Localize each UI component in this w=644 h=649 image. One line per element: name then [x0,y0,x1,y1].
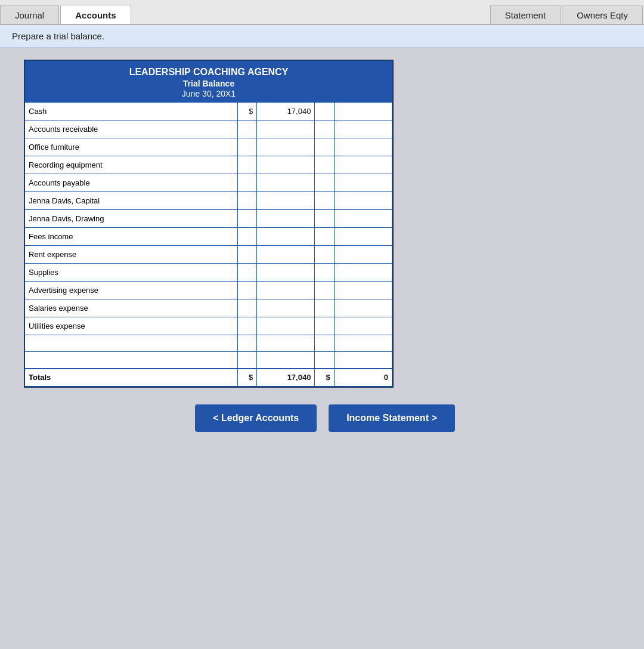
credit-sign [315,246,334,264]
debit-amount[interactable] [257,264,315,282]
totals-debit: 17,040 [257,369,315,387]
account-name [25,335,237,352]
credit-sign [315,282,334,299]
table-row: Accounts receivable [25,120,392,138]
main-content: LEADERSHIP COACHING AGENCY Trial Balance… [0,48,644,585]
account-name: Cash [25,103,237,120]
debit-amount[interactable] [257,156,315,174]
ledger-accounts-button[interactable]: < Ledger Accounts [195,404,317,432]
account-name: Accounts payable [25,174,237,192]
debit-amount[interactable] [257,228,315,246]
credit-amount[interactable] [334,210,392,228]
credit-amount[interactable] [334,352,392,369]
credit-amount[interactable] [334,335,392,352]
credit-amount[interactable] [334,264,392,282]
instruction-bar: Prepare a trial balance. [0,25,644,48]
tb-header: LEADERSHIP COACHING AGENCY Trial Balance… [25,61,392,102]
credit-sign [315,174,334,192]
totals-label: Totals [25,369,237,387]
credit-sign [315,352,334,369]
credit-amount[interactable] [334,156,392,174]
totals-debit-sign: $ [237,369,256,387]
credit-amount[interactable] [334,246,392,264]
debit-amount[interactable] [257,317,315,335]
table-row: Jenna Davis, Capital [25,192,392,210]
table-row: Recording equipment [25,156,392,174]
debit-sign [237,228,256,246]
debit-sign [237,156,256,174]
debit-amount[interactable] [257,352,315,369]
debit-amount[interactable] [257,210,315,228]
debit-sign [237,299,256,317]
debit-amount[interactable] [257,174,315,192]
credit-amount[interactable] [334,282,392,299]
debit-amount[interactable]: 17,040 [257,103,315,120]
table-row: Utilities expense [25,317,392,335]
table-row: Advertising expense [25,282,392,299]
debit-amount[interactable] [257,246,315,264]
trial-balance-date: June 30, 20X1 [30,89,388,98]
account-name: Rent expense [25,246,237,264]
credit-sign [315,120,334,138]
table-row: Jenna Davis, Drawing [25,210,392,228]
trial-balance-title: Trial Balance [30,79,388,88]
credit-amount[interactable] [334,192,392,210]
debit-sign [237,192,256,210]
table-row: Cash $ 17,040 [25,103,392,120]
account-name: Office furniture [25,138,237,156]
debit-amount[interactable] [257,120,315,138]
debit-amount[interactable] [257,138,315,156]
table-row [25,335,392,352]
debit-sign [237,174,256,192]
credit-sign [315,299,334,317]
company-name: LEADERSHIP COACHING AGENCY [30,67,388,78]
credit-amount[interactable] [334,228,392,246]
credit-sign [315,335,334,352]
account-name: Accounts receivable [25,120,237,138]
account-name: Recording equipment [25,156,237,174]
totals-row: Totals $ 17,040 $ 0 [25,369,392,387]
credit-amount[interactable] [334,174,392,192]
credit-amount[interactable] [334,138,392,156]
tab-statement[interactable]: Statement [490,5,561,24]
tab-owners-eqty[interactable]: Owners Eqty [562,5,643,24]
tab-bar: Journal Accounts Statement Owners Eqty [0,0,644,25]
credit-sign [315,210,334,228]
credit-amount[interactable] [334,299,392,317]
table-row: Office furniture [25,138,392,156]
credit-amount[interactable] [334,120,392,138]
tab-journal[interactable]: Journal [0,5,59,24]
debit-sign [237,317,256,335]
debit-sign [237,282,256,299]
credit-sign [315,138,334,156]
account-name: Jenna Davis, Capital [25,192,237,210]
debit-sign [237,352,256,369]
nav-buttons: < Ledger Accounts Income Statement > [18,404,626,432]
debit-sign [237,335,256,352]
credit-amount[interactable] [334,103,392,120]
trial-balance-table: Cash $ 17,040 Accounts receivable Office… [25,102,392,387]
credit-sign [315,192,334,210]
account-name: Salaries expense [25,299,237,317]
account-name: Advertising expense [25,282,237,299]
account-name [25,352,237,369]
table-row: Salaries expense [25,299,392,317]
table-row: Rent expense [25,246,392,264]
account-name: Fees income [25,228,237,246]
credit-sign [315,264,334,282]
instruction-text: Prepare a trial balance. [12,31,104,41]
table-row: Accounts payable [25,174,392,192]
tab-spacer [132,5,490,24]
tab-accounts[interactable]: Accounts [60,5,131,24]
income-statement-button[interactable]: Income Statement > [329,404,455,432]
debit-amount[interactable] [257,299,315,317]
debit-amount[interactable] [257,335,315,352]
totals-credit: 0 [334,369,392,387]
account-name: Supplies [25,264,237,282]
table-row: Fees income [25,228,392,246]
debit-amount[interactable] [257,282,315,299]
debit-amount[interactable] [257,192,315,210]
credit-amount[interactable] [334,317,392,335]
debit-sign: $ [237,103,256,120]
account-name: Utilities expense [25,317,237,335]
